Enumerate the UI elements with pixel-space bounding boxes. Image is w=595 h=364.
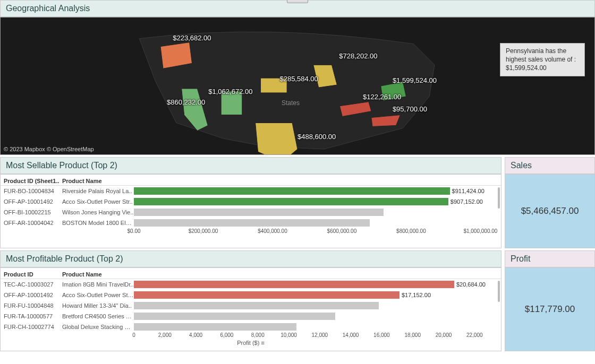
table-row[interactable]: OFF-BI-10002215Wilson Jones Hanging Vie.… — [1, 207, 501, 218]
state-texas[interactable] — [256, 123, 298, 154]
axis-tick: 16,000 — [373, 332, 390, 338]
bar-area: $907,152.00 — [134, 197, 498, 206]
product-name: BOSTON Model 1800 Elec.. — [62, 220, 134, 226]
state-label-northdakota: $285,584.00 — [279, 75, 318, 83]
axis-tick: 8,000 — [251, 332, 265, 338]
product-id: FUR-CH-10002774 — [4, 324, 62, 330]
axis-tick: 10,000 — [280, 332, 297, 338]
product-id: FUR-BO-10004834 — [4, 188, 62, 194]
axis-tick: 20,000 — [436, 332, 452, 338]
bar-area: $20,684.00 — [134, 280, 498, 289]
bar-area — [134, 219, 498, 227]
bar-value-label: $911,424.00 — [452, 187, 484, 195]
state-label-northcarolina: $95,700.00 — [393, 105, 427, 113]
state-label-washington: $223,682.00 — [173, 34, 211, 42]
bar — [134, 198, 448, 205]
axis-tick: 14,000 — [343, 332, 359, 338]
state-label-pennsylvania: $1,599,524.00 — [393, 76, 437, 84]
product-id: OFF-AP-10001492 — [4, 198, 62, 205]
axis-tick: $1,000,000.00 — [463, 228, 497, 234]
map-attribution: © 2023 Mapbox © OpenStreetMap — [4, 146, 94, 152]
product-name: Global Deluxe Stacking Ch.. — [62, 324, 134, 330]
axis-tick: $0.00 — [127, 228, 140, 234]
bar-value-label: $17,152.00 — [402, 291, 431, 299]
bar-area — [134, 323, 498, 331]
product-id: FUR-TA-10000577 — [4, 313, 62, 319]
axis-tick: 6,000 — [220, 332, 233, 338]
bar — [134, 302, 379, 309]
sellable-col-id: Product ID (Sheet1.. — [4, 178, 62, 184]
bar-area: $17,152.00 — [134, 291, 498, 299]
state-label-wisconsin: $728,202.00 — [339, 52, 377, 60]
bar — [134, 313, 335, 320]
bar — [134, 209, 384, 216]
profitable-col-name: Product Name — [62, 271, 134, 278]
product-name: Bretford CR4500 Series Sli.. — [62, 313, 134, 319]
product-name: Riverside Palais Royal La.. — [62, 188, 134, 194]
profitable-col-id: Product ID — [4, 271, 62, 278]
axis-tick: 2,000 — [158, 332, 172, 338]
profitable-header-row: Product ID Product Name — [1, 269, 501, 279]
sellable-axis: $0.00$200,000.00$400,000.00$600,000.00$8… — [134, 228, 498, 237]
scroll-indicator[interactable] — [498, 281, 500, 302]
axis-tick: 22,000 — [466, 332, 483, 338]
product-name: Howard Miller 13-3/4" Dia.. — [62, 302, 134, 309]
profit-value: $117,779.00 — [505, 267, 595, 351]
bar-area — [134, 312, 498, 320]
table-row[interactable]: OFF-AR-10004042BOSTON Model 1800 Elec.. — [1, 218, 501, 228]
bar — [134, 291, 400, 299]
axis-tick: $400,000.00 — [258, 228, 287, 234]
table-row[interactable]: FUR-TA-10000577Bretford CR4500 Series Sl… — [1, 311, 501, 322]
bar-area: $911,424.00 — [134, 187, 498, 195]
sales-panel-title: Sales — [505, 157, 595, 174]
table-row[interactable]: FUR-FU-10004848Howard Miller 13-3/4" Dia… — [1, 300, 501, 311]
scroll-indicator[interactable] — [498, 187, 500, 209]
bar — [134, 187, 450, 195]
product-id: OFF-BI-10002215 — [4, 209, 62, 215]
sellable-col-name: Product Name — [62, 178, 134, 184]
profitable-chart[interactable]: Product ID Product Name TEC-AC-10003027I… — [0, 267, 502, 351]
profitable-panel-title: Most Profitable Product (Top 2) — [0, 250, 502, 267]
sales-value: $5,466,457.00 — [505, 174, 595, 248]
bar — [134, 219, 370, 227]
axis-tick: 18,000 — [404, 332, 421, 338]
axis-tick: $200,000.00 — [189, 228, 218, 234]
product-name: Wilson Jones Hanging Vie.. — [62, 209, 134, 215]
state-label-kentucky: $122,261.00 — [363, 93, 401, 101]
bar — [134, 281, 454, 288]
table-row[interactable]: OFF-AP-10001492Acco Six-Outlet Power Str… — [1, 196, 501, 207]
sellable-chart[interactable]: Product ID (Sheet1.. Product Name FUR-BO… — [0, 174, 502, 248]
bar-area — [134, 208, 498, 216]
axis-tick: $600,000.00 — [327, 228, 357, 234]
profitable-axis: 02,0004,0006,0008,00010,00012,00014,0001… — [134, 332, 498, 341]
product-name: Acco Six-Outlet Power Stri.. — [62, 292, 134, 298]
product-name: Imation 8GB Mini TravelDr.. — [62, 281, 134, 288]
state-label-utah: $1,062,672.00 — [208, 88, 252, 96]
product-id: FUR-FU-10004848 — [4, 302, 62, 309]
map-states-label: States — [282, 99, 300, 107]
table-row[interactable]: FUR-CH-10002774Global Deluxe Stacking Ch… — [1, 322, 501, 332]
bar-value-label: $20,684.00 — [456, 280, 486, 289]
table-row[interactable]: OFF-AP-10001492Acco Six-Outlet Power Str… — [1, 290, 501, 300]
table-row[interactable]: TEC-AC-10003027Imation 8GB Mini TravelDr… — [1, 279, 501, 290]
axis-tick: 4,000 — [189, 332, 202, 338]
axis-tick: $800,000.00 — [396, 228, 426, 234]
axis-tick: 0 — [132, 332, 135, 338]
geo-map[interactable]: States $223,682.00$728,202.00$285,584.00… — [0, 17, 595, 155]
bar-value-label: $907,152.00 — [450, 197, 483, 206]
product-name: Acco Six-Outlet Power Str.. — [62, 198, 134, 205]
bar — [134, 323, 296, 331]
sellable-header-row: Product ID (Sheet1.. Product Name — [1, 176, 501, 186]
profit-panel-title: Profit — [505, 250, 595, 267]
product-id: OFF-AP-10001492 — [4, 292, 62, 298]
axis-tick: 12,000 — [311, 332, 328, 338]
state-label-texas: $488,600.00 — [298, 133, 336, 141]
bar-area — [134, 301, 498, 310]
state-label-california: $860,232.00 — [167, 98, 205, 106]
sellable-panel-title: Most Sellable Product (Top 2) — [0, 157, 502, 174]
product-id: OFF-AR-10004042 — [4, 220, 62, 226]
product-id: TEC-AC-10003027 — [4, 281, 62, 288]
panel-grip-icon[interactable] — [287, 0, 308, 3]
table-row[interactable]: FUR-BO-10004834Riverside Palais Royal La… — [1, 186, 501, 196]
map-tooltip: Pennsylvania has the highest sales volum… — [500, 43, 585, 76]
